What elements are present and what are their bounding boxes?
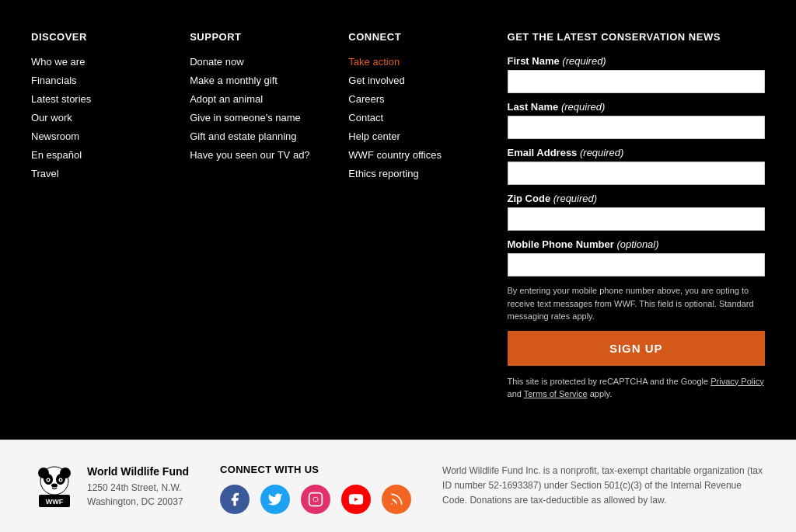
connect-links: Take action Get involved Careers Contact… [348,55,491,179]
discover-links: Who we are Financials Latest stories Our… [31,55,174,179]
support-link-donate[interactable]: Donate now [190,56,243,68]
facebook-icon[interactable] [220,485,250,514]
list-item: Our work [31,111,174,123]
footer-top: DISCOVER Who we are Financials Latest st… [0,0,796,440]
list-item: Get involved [348,74,491,86]
twitter-icon[interactable] [260,485,290,514]
discover-link-newsroom[interactable]: Newsroom [31,130,79,142]
first-name-label: First Name (required) [508,55,766,67]
connect-heading: CONNECT [348,31,491,43]
last-name-input[interactable] [508,116,766,139]
list-item: Help center [348,130,491,142]
discover-link-en-espanol[interactable]: En español [31,149,82,161]
list-item: Adopt an animal [190,92,333,105]
last-name-label: Last Name (required) [508,101,766,113]
rss-icon[interactable] [382,485,411,514]
discover-link-our-work[interactable]: Our work [31,112,72,123]
support-links: Donate now Make a monthly gift Adopt an … [190,55,333,161]
support-column: SUPPORT Donate now Make a monthly gift A… [190,31,333,401]
svg-text:WWF: WWF [46,498,64,506]
list-item: Latest stories [31,92,174,105]
connect-link-careers[interactable]: Careers [348,93,384,105]
recaptcha-notice: This site is protected by reCAPTCHA and … [508,375,766,401]
footer-bottom: WWF World Wildlife Fund 1250 24th Street… [0,440,796,533]
list-item: Gift and estate planning [190,130,333,142]
svg-point-8 [60,478,61,480]
email-input[interactable] [508,162,766,185]
list-item: Take action [348,55,491,68]
list-item: En español [31,148,174,161]
email-group: Email Address (required) [508,147,766,185]
org-name: World Wildlife Fund [87,465,189,478]
support-link-someone[interactable]: Give in someone's name [190,112,301,123]
zip-input[interactable] [508,207,766,231]
discover-heading: DISCOVER [31,31,174,43]
connect-link-contact[interactable]: Contact [348,112,383,123]
discover-link-who-we-are[interactable]: Who we are [31,56,85,68]
org-description: World Wildlife Fund Inc. is a nonprofit,… [442,464,765,509]
connect-link-country-offices[interactable]: WWF country offices [348,149,442,161]
support-link-monthly[interactable]: Make a monthly gift [190,75,278,86]
wwf-logo: WWF [31,464,78,510]
connect-link-ethics[interactable]: Ethics reporting [348,168,418,179]
terms-of-service-link[interactable]: Terms of Service [524,389,588,398]
list-item: Ethics reporting [348,167,491,179]
phone-group: Mobile Phone Number (optional) [508,238,766,276]
support-link-adopt[interactable]: Adopt an animal [190,93,263,105]
list-item: Give in someone's name [190,111,333,123]
org-address-line2: Washington, DC 20037 [87,495,189,509]
svg-point-9 [51,483,58,487]
privacy-policy-link[interactable]: Privacy Policy [710,377,763,386]
list-item: Financials [31,74,174,86]
list-item: Have you seen our TV ad? [190,148,333,161]
list-item: Make a monthly gift [190,74,333,86]
connect-with-us-heading: CONNECT WITH US [220,464,411,475]
social-icons [220,485,411,514]
list-item: Newsroom [31,130,174,142]
support-link-gift[interactable]: Gift and estate planning [190,130,296,142]
discover-link-latest-stories[interactable]: Latest stories [31,93,91,105]
connect-link-get-involved[interactable]: Get involved [348,75,404,86]
discover-link-travel[interactable]: Travel [31,168,59,179]
last-name-group: Last Name (required) [508,101,766,139]
first-name-input[interactable] [508,70,766,93]
email-label: Email Address (required) [508,147,766,158]
list-item: Careers [348,92,491,105]
zip-label: Zip Code (required) [508,193,766,204]
newsletter-heading: GET THE LATEST CONSERVATION NEWS [508,31,766,43]
list-item: WWF country offices [348,148,491,161]
list-item: Travel [31,167,174,179]
svg-point-13 [314,497,318,501]
org-info: World Wildlife Fund 1250 24th Street, N.… [87,465,189,509]
discover-link-financials[interactable]: Financials [31,75,77,86]
logo-area: WWF World Wildlife Fund 1250 24th Street… [31,464,189,510]
org-address-line1: 1250 24th Street, N.W. [87,481,189,495]
newsletter-section: GET THE LATEST CONSERVATION NEWS First N… [508,31,766,401]
phone-input[interactable] [508,253,766,276]
discover-column: DISCOVER Who we are Financials Latest st… [31,31,174,401]
list-item: Donate now [190,55,333,68]
support-link-tv-ad[interactable]: Have you seen our TV ad? [190,149,309,161]
mobile-disclaimer: By entering your mobile phone number abo… [508,284,766,323]
connect-column: CONNECT Take action Get involved Careers… [348,31,491,401]
list-item: Who we are [31,55,174,68]
zip-group: Zip Code (required) [508,193,766,231]
phone-label: Mobile Phone Number (optional) [508,238,766,250]
svg-point-7 [47,478,49,480]
signup-button[interactable]: SIGN UP [508,331,766,366]
support-heading: SUPPORT [190,31,333,43]
youtube-icon[interactable] [341,485,371,514]
instagram-icon[interactable] [301,485,330,514]
list-item: Contact [348,111,491,123]
first-name-group: First Name (required) [508,55,766,93]
connect-link-help[interactable]: Help center [348,130,400,142]
social-section: CONNECT WITH US [220,464,411,514]
connect-link-take-action[interactable]: Take action [348,56,400,68]
svg-point-16 [391,503,393,505]
